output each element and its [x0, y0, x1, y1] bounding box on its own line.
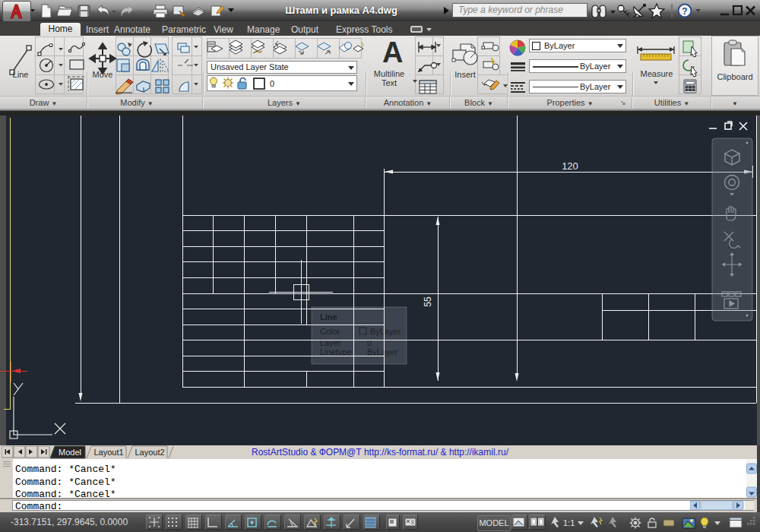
svg-text:55: 55: [423, 296, 433, 307]
svg-text:1:1: 1:1: [563, 518, 575, 527]
svg-text:Linetype: Linetype: [320, 347, 352, 356]
svg-text:Layer: Layer: [320, 338, 341, 347]
svg-text:?: ?: [682, 6, 687, 17]
svg-text:Line: Line: [13, 70, 29, 79]
svg-text:Move: Move: [93, 70, 113, 79]
svg-text:ByLayer: ByLayer: [367, 347, 398, 356]
svg-text:Line: Line: [320, 312, 337, 321]
svg-text:Color: Color: [320, 327, 340, 336]
svg-text:ByLayer: ByLayer: [370, 327, 401, 336]
svg-text:Model: Model: [59, 448, 81, 457]
svg-text:Insert: Insert: [454, 70, 476, 79]
svg-text:0: 0: [270, 79, 274, 88]
svg-text:0: 0: [367, 338, 372, 347]
svg-text:Layout2: Layout2: [135, 448, 164, 457]
svg-text:Layout1: Layout1: [93, 448, 123, 457]
svg-text:120: 120: [562, 160, 578, 172]
